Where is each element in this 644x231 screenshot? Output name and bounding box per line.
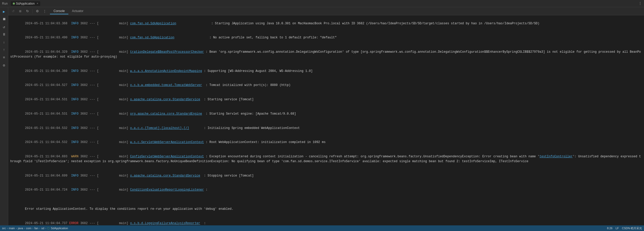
log-line: 2024-05-21 11:04:04.527 INFO 3682 --- [ … xyxy=(10,78,642,93)
log-line: 2024-05-21 11:04:04.360 INFO 3682 --- [ … xyxy=(10,64,642,78)
app-tab-label: SdApplication xyxy=(16,2,35,5)
run-dot xyxy=(13,3,15,5)
status-bar-right: 8:26 LF CSDN·稻月采光 xyxy=(607,226,642,230)
log-line: 2024-05-21 11:04:04.737 ERROR 3682 --- [… xyxy=(10,216,642,225)
log-line: Error starting ApplicationContext. To di… xyxy=(10,202,642,216)
csdn-label: CSDN·稻月采光 xyxy=(622,226,642,230)
sidebar-stop-icon[interactable]: ⏹ xyxy=(1,16,7,23)
sidebar-run-icon[interactable]: ▶ xyxy=(1,8,7,15)
console-output[interactable]: 2024-05-21 11:04:03.368 INFO 3682 --- [ … xyxy=(8,15,644,225)
status-bar: src › main › java › com › fan › sd › ⬡ S… xyxy=(0,225,644,231)
sidebar-settings-icon[interactable]: ⚙ xyxy=(1,62,7,69)
log-line: 2024-05-21 11:04:04.532 INFO 3682 --- [ … xyxy=(10,135,642,150)
sidebar-restart-icon[interactable]: ↺ xyxy=(1,24,7,30)
toolbar-separator xyxy=(32,9,33,14)
blank-line xyxy=(10,197,642,202)
log-line: 2024-05-21 11:04:04.724 INFO 3682 --- [ … xyxy=(10,183,642,197)
breadcrumb-src[interactable]: src xyxy=(2,227,6,230)
toolbar-more-btn[interactable]: ⋮ xyxy=(42,8,47,14)
line-ending: LF xyxy=(616,227,619,230)
log-line: 2024-05-21 11:04:04.699 INFO 3682 --- [ … xyxy=(10,169,642,183)
breadcrumb-icon: ⬡ xyxy=(47,227,50,230)
log-line: 2024-05-21 11:04:03.368 INFO 3682 --- [ … xyxy=(10,16,642,31)
toolbar-stop-btn[interactable]: ⏹ xyxy=(17,8,23,14)
breadcrumb-com[interactable]: com xyxy=(26,227,31,230)
close-tab-button[interactable]: × xyxy=(37,2,38,5)
toolbar-back-btn[interactable]: ↺ xyxy=(10,8,16,14)
breadcrumb-sd[interactable]: sd xyxy=(41,227,44,230)
breadcrumb-sdapplication[interactable]: SdApplication xyxy=(51,227,68,230)
toolbar-settings-btn[interactable]: ⚙ xyxy=(35,8,40,14)
run-label: Run xyxy=(2,2,8,5)
toolbar-tabs: Console Actuator xyxy=(50,8,87,14)
main-layout: ▶ ⏹ ↺ ⏸ ↓ ↑ ≡ ⚙ ↺ ⏹ ↻ ⚙ ⋮ Console Actuat… xyxy=(0,7,644,225)
sidebar-list-icon[interactable]: ≡ xyxy=(1,54,7,61)
top-bar-left: Run SdApplication × xyxy=(2,1,40,6)
tab-actuator[interactable]: Actuator xyxy=(68,8,87,14)
top-bar: Run SdApplication × ⋮ xyxy=(0,0,644,7)
log-line: 2024-05-21 11:04:04.532 INFO 3682 --- [ … xyxy=(10,121,642,135)
toolbar: ↺ ⏹ ↻ ⚙ ⋮ Console Actuator xyxy=(8,7,644,15)
breadcrumb-main[interactable]: main xyxy=(9,227,15,230)
log-line: 2024-05-21 11:04:04.693 WARN 3682 --- [ … xyxy=(10,150,642,169)
more-options-icon[interactable]: ⋮ xyxy=(638,1,642,6)
breadcrumb-fan[interactable]: fan xyxy=(34,227,38,230)
log-line: 2024-05-21 11:04:04.531 INFO 3682 --- [ … xyxy=(10,93,642,107)
log-line: 2024-05-21 11:04:04.531 INFO 3682 --- [ … xyxy=(10,107,642,121)
breadcrumb-java[interactable]: java xyxy=(18,227,23,230)
sidebar-down-icon[interactable]: ↓ xyxy=(1,39,7,46)
toolbar-restart-btn[interactable]: ↻ xyxy=(25,8,30,14)
log-line: 2024-05-21 11:04:04.329 INFO 3682 --- [ … xyxy=(10,45,642,64)
tab-console[interactable]: Console xyxy=(50,8,68,14)
sidebar: ▶ ⏹ ↺ ⏸ ↓ ↑ ≡ ⚙ xyxy=(0,7,8,225)
sidebar-pause-icon[interactable]: ⏸ xyxy=(1,31,7,38)
log-line: 2024-05-21 11:04:03.490 INFO 3682 --- [ … xyxy=(10,31,642,45)
cursor-position: 8:26 xyxy=(607,227,613,230)
content-area: ↺ ⏹ ↻ ⚙ ⋮ Console Actuator 2024-05-21 11… xyxy=(8,7,644,225)
top-bar-right: ⋮ xyxy=(638,1,642,6)
sidebar-up-icon[interactable]: ↑ xyxy=(1,47,7,53)
app-tab[interactable]: SdApplication × xyxy=(11,1,40,6)
breadcrumb: src › main › java › com › fan › sd › ⬡ S… xyxy=(2,227,68,230)
